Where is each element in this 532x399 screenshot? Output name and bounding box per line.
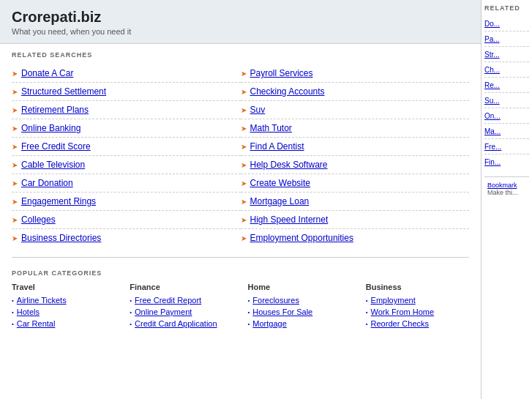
category-link[interactable]: Reorder Checks	[371, 319, 429, 328]
search-link[interactable]: Online Banking	[21, 123, 80, 133]
sidebar-link[interactable]: Su...	[484, 97, 500, 105]
category-link-item: •Online Payment	[130, 306, 233, 318]
search-link[interactable]: Payroll Services	[250, 68, 313, 78]
left-link-item: ➤Online Banking	[12, 119, 241, 138]
category-link-item: •Mortgage	[248, 318, 351, 329]
bullet-icon: •	[248, 309, 250, 316]
arrow-icon: ➤	[12, 88, 18, 96]
search-link[interactable]: Engagement Rings	[21, 196, 96, 206]
left-link-item: ➤Engagement Rings	[12, 193, 241, 211]
category-link[interactable]: Hotels	[17, 307, 40, 316]
sidebar-link[interactable]: Fin...	[484, 158, 501, 166]
category-column: Home•Foreclosures•Houses For Sale•Mortga…	[248, 283, 351, 329]
category-link[interactable]: Mortgage	[252, 319, 286, 328]
popular-categories-section: POPULAR CATEGORIES Travel•Airline Ticket…	[0, 264, 481, 335]
search-link[interactable]: Retirement Plans	[21, 105, 89, 115]
bullet-icon: •	[130, 309, 132, 316]
category-link-item: •Car Rental	[12, 318, 115, 329]
arrow-icon: ➤	[241, 216, 247, 224]
search-link[interactable]: Cable Television	[21, 160, 85, 170]
category-link[interactable]: Foreclosures	[252, 296, 299, 305]
sidebar-link[interactable]: Ch...	[484, 66, 500, 74]
search-link[interactable]: Help Desk Software	[250, 160, 328, 170]
search-link[interactable]: Structured Settlement	[21, 86, 106, 97]
search-link[interactable]: Checking Accounts	[250, 86, 325, 97]
bullet-icon: •	[248, 297, 250, 304]
left-link-item: ➤Donate A Car	[12, 64, 241, 83]
bullet-icon: •	[366, 309, 368, 316]
arrow-icon: ➤	[12, 161, 18, 169]
category-column: Business•Employment•Work From Home•Reord…	[366, 283, 469, 329]
left-link-item: ➤Car Donation	[12, 174, 241, 193]
bullet-icon: •	[12, 309, 14, 316]
search-link[interactable]: Colleges	[21, 215, 56, 225]
arrow-icon: ➤	[241, 179, 247, 187]
left-link-item: ➤Retirement Plans	[12, 101, 241, 119]
related-searches-label: RELATED SEARCHES	[12, 51, 469, 59]
arrow-icon: ➤	[12, 70, 18, 78]
arrow-icon: ➤	[12, 143, 18, 151]
left-link-item: ➤Business Directories	[12, 229, 241, 247]
arrow-icon: ➤	[241, 70, 247, 78]
search-link[interactable]: Free Credit Score	[21, 141, 91, 152]
sidebar-link[interactable]: Str...	[484, 51, 500, 59]
sidebar-label: RELATED	[484, 4, 529, 12]
category-title: Travel	[12, 283, 115, 291]
left-link-item: ➤Colleges	[12, 211, 241, 229]
right-link-item: ➤Payroll Services	[241, 64, 470, 83]
right-link-item: ➤Find A Dentist	[241, 138, 470, 156]
search-link[interactable]: Find A Dentist	[250, 141, 304, 152]
sidebar-link[interactable]: Re...	[484, 81, 500, 89]
category-link[interactable]: Houses For Sale	[252, 307, 312, 316]
left-link-item: ➤Free Credit Score	[12, 138, 241, 156]
popular-categories-label: POPULAR CATEGORIES	[12, 269, 469, 277]
bullet-icon: •	[130, 297, 132, 304]
category-link-item: •Credit Card Application	[130, 318, 233, 329]
category-column: Finance•Free Credit Report•Online Paymen…	[130, 283, 233, 329]
bookmark-line1[interactable]: Bookmark	[487, 182, 526, 189]
category-link[interactable]: Car Rental	[17, 319, 56, 328]
bookmark-line2: Make thi...	[487, 189, 526, 196]
sidebar-link[interactable]: Do...	[484, 20, 500, 28]
sidebar-link-item: Str...	[484, 47, 529, 62]
right-link-item: ➤Help Desk Software	[241, 156, 470, 174]
search-link[interactable]: Math Tutor	[250, 123, 292, 133]
left-link-item: ➤Structured Settlement	[12, 83, 241, 101]
sidebar-link[interactable]: On...	[484, 112, 501, 120]
arrow-icon: ➤	[241, 198, 247, 206]
search-link[interactable]: High Speed Internet	[250, 215, 329, 225]
arrow-icon: ➤	[12, 106, 18, 114]
search-link[interactable]: Mortgage Loan	[250, 196, 310, 206]
sidebar-link[interactable]: Pa...	[484, 35, 500, 43]
category-link[interactable]: Work From Home	[371, 307, 435, 316]
search-link[interactable]: Business Directories	[21, 233, 101, 243]
bullet-icon: •	[248, 321, 250, 327]
category-link-item: •Houses For Sale	[248, 306, 351, 318]
sidebar-link[interactable]: Ma...	[484, 127, 501, 135]
category-link[interactable]: Free Credit Report	[135, 296, 201, 305]
category-link-item: •Foreclosures	[248, 294, 351, 306]
search-link[interactable]: Create Website	[250, 178, 310, 188]
arrow-icon: ➤	[12, 234, 18, 242]
search-link[interactable]: Suv	[250, 105, 266, 115]
category-link-item: •Employment	[366, 294, 469, 306]
category-link-item: •Hotels	[12, 306, 115, 318]
category-link[interactable]: Credit Card Application	[135, 319, 217, 328]
category-link-item: •Work From Home	[366, 306, 469, 318]
category-link[interactable]: Airline Tickets	[17, 296, 67, 305]
sidebar-link-item: Fre...	[484, 139, 529, 154]
search-link[interactable]: Donate A Car	[21, 68, 73, 78]
category-link-item: •Reorder Checks	[366, 318, 469, 329]
right-link-item: ➤Mortgage Loan	[241, 193, 470, 211]
right-link-item: ➤High Speed Internet	[241, 211, 470, 229]
arrow-icon: ➤	[241, 106, 247, 114]
bullet-icon: •	[366, 321, 368, 327]
category-column: Travel•Airline Tickets•Hotels•Car Rental	[12, 283, 115, 329]
search-link[interactable]: Employment Opportunities	[250, 233, 353, 243]
sidebar-link[interactable]: Fre...	[484, 143, 501, 151]
site-header: Crorepati.biz What you need, when you ne…	[0, 0, 481, 44]
search-link[interactable]: Car Donation	[21, 178, 73, 188]
category-link[interactable]: Online Payment	[135, 307, 192, 316]
category-title: Home	[248, 283, 351, 291]
category-link[interactable]: Employment	[371, 296, 416, 305]
